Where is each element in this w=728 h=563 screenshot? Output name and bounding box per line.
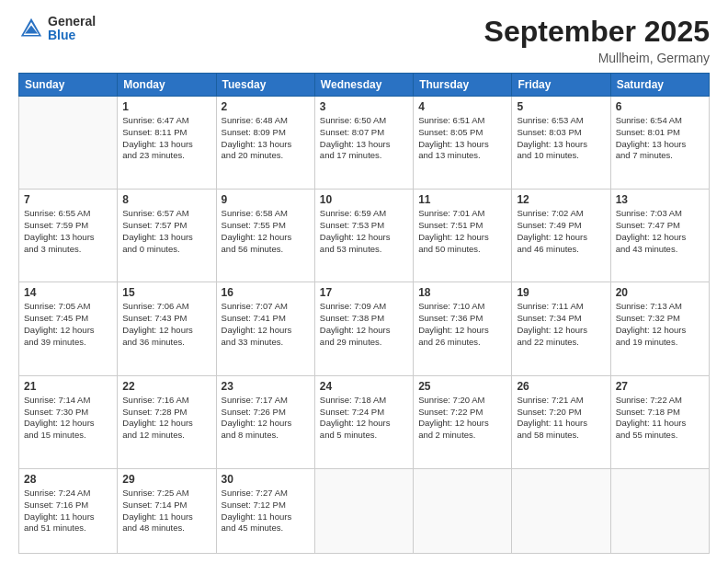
calendar-table: Sunday Monday Tuesday Wednesday Thursday… [18, 73, 710, 554]
day-detail: Sunrise: 6:55 AM Sunset: 7:59 PM Dayligh… [24, 208, 112, 255]
table-row: 14Sunrise: 7:05 AM Sunset: 7:45 PM Dayli… [19, 282, 118, 375]
table-row [610, 468, 709, 553]
table-row: 24Sunrise: 7:18 AM Sunset: 7:24 PM Dayli… [314, 375, 413, 468]
col-sunday: Sunday [19, 74, 118, 97]
day-detail: Sunrise: 6:51 AM Sunset: 8:05 PM Dayligh… [418, 115, 506, 162]
day-detail: Sunrise: 6:54 AM Sunset: 8:01 PM Dayligh… [616, 115, 704, 162]
day-number: 29 [122, 473, 210, 486]
day-number: 28 [24, 473, 112, 486]
day-number: 8 [122, 193, 210, 206]
day-detail: Sunrise: 7:06 AM Sunset: 7:43 PM Dayligh… [122, 301, 210, 348]
day-number: 10 [320, 193, 408, 206]
table-row: 7Sunrise: 6:55 AM Sunset: 7:59 PM Daylig… [19, 190, 118, 282]
table-row: 16Sunrise: 7:07 AM Sunset: 7:41 PM Dayli… [216, 282, 314, 375]
day-detail: Sunrise: 7:07 AM Sunset: 7:41 PM Dayligh… [222, 301, 310, 348]
day-detail: Sunrise: 7:01 AM Sunset: 7:51 PM Dayligh… [418, 208, 506, 255]
day-number: 5 [517, 100, 605, 113]
day-number: 9 [222, 193, 310, 206]
table-row: 30Sunrise: 7:27 AM Sunset: 7:12 PM Dayli… [216, 468, 314, 553]
day-number: 13 [616, 193, 704, 206]
day-number: 2 [222, 100, 310, 113]
day-detail: Sunrise: 7:27 AM Sunset: 7:12 PM Dayligh… [222, 488, 310, 534]
day-number: 23 [222, 380, 310, 393]
table-row: 27Sunrise: 7:22 AM Sunset: 7:18 PM Dayli… [610, 375, 709, 468]
day-detail: Sunrise: 7:09 AM Sunset: 7:38 PM Dayligh… [320, 301, 408, 348]
day-number: 17 [320, 286, 408, 299]
day-number: 14 [24, 286, 112, 299]
day-detail: Sunrise: 6:48 AM Sunset: 8:09 PM Dayligh… [222, 115, 310, 162]
table-row: 22Sunrise: 7:16 AM Sunset: 7:28 PM Dayli… [118, 375, 216, 468]
table-row: 18Sunrise: 7:10 AM Sunset: 7:36 PM Dayli… [414, 282, 512, 375]
table-row: 4Sunrise: 6:51 AM Sunset: 8:05 PM Daylig… [414, 97, 512, 190]
table-row: 20Sunrise: 7:13 AM Sunset: 7:32 PM Dayli… [610, 282, 709, 375]
logo-blue-text: Blue [48, 29, 96, 42]
day-number: 3 [320, 100, 408, 113]
calendar-header-row: Sunday Monday Tuesday Wednesday Thursday… [19, 74, 710, 97]
col-tuesday: Tuesday [216, 74, 314, 97]
day-detail: Sunrise: 7:14 AM Sunset: 7:30 PM Dayligh… [24, 395, 112, 442]
day-number: 26 [517, 380, 605, 393]
table-row: 15Sunrise: 7:06 AM Sunset: 7:43 PM Dayli… [118, 282, 216, 375]
table-row [414, 468, 512, 553]
table-row: 12Sunrise: 7:02 AM Sunset: 7:49 PM Dayli… [512, 190, 610, 282]
table-row: 5Sunrise: 6:53 AM Sunset: 8:03 PM Daylig… [512, 97, 610, 190]
table-row: 17Sunrise: 7:09 AM Sunset: 7:38 PM Dayli… [314, 282, 413, 375]
col-wednesday: Wednesday [314, 74, 413, 97]
logo-general-text: General [48, 15, 96, 29]
logo-text: General Blue [48, 15, 96, 43]
col-thursday: Thursday [414, 74, 512, 97]
day-number: 11 [418, 193, 506, 206]
table-row: 29Sunrise: 7:25 AM Sunset: 7:14 PM Dayli… [118, 468, 216, 553]
table-row: 6Sunrise: 6:54 AM Sunset: 8:01 PM Daylig… [610, 97, 709, 190]
table-row: 2Sunrise: 6:48 AM Sunset: 8:09 PM Daylig… [216, 97, 314, 190]
day-detail: Sunrise: 7:10 AM Sunset: 7:36 PM Dayligh… [418, 301, 506, 348]
day-number: 19 [517, 286, 605, 299]
day-detail: Sunrise: 7:18 AM Sunset: 7:24 PM Dayligh… [320, 395, 408, 442]
table-row: 25Sunrise: 7:20 AM Sunset: 7:22 PM Dayli… [414, 375, 512, 468]
header: General Blue September 2025 Mullheim, Ge… [18, 15, 710, 65]
day-number: 1 [122, 100, 210, 113]
day-number: 12 [517, 193, 605, 206]
day-detail: Sunrise: 7:16 AM Sunset: 7:28 PM Dayligh… [122, 395, 210, 442]
table-row: 11Sunrise: 7:01 AM Sunset: 7:51 PM Dayli… [414, 190, 512, 282]
table-row: 26Sunrise: 7:21 AM Sunset: 7:20 PM Dayli… [512, 375, 610, 468]
table-row [314, 468, 413, 553]
day-detail: Sunrise: 7:17 AM Sunset: 7:26 PM Dayligh… [222, 395, 310, 442]
day-detail: Sunrise: 7:02 AM Sunset: 7:49 PM Dayligh… [517, 208, 605, 255]
table-row: 28Sunrise: 7:24 AM Sunset: 7:16 PM Dayli… [19, 468, 118, 553]
day-number: 16 [222, 286, 310, 299]
day-number: 4 [418, 100, 506, 113]
location: Mullheim, Germany [484, 51, 710, 65]
day-number: 15 [122, 286, 210, 299]
table-row: 19Sunrise: 7:11 AM Sunset: 7:34 PM Dayli… [512, 282, 610, 375]
day-detail: Sunrise: 7:03 AM Sunset: 7:47 PM Dayligh… [616, 208, 704, 255]
day-number: 6 [616, 100, 704, 113]
title-section: September 2025 Mullheim, Germany [484, 15, 710, 65]
day-detail: Sunrise: 7:24 AM Sunset: 7:16 PM Dayligh… [24, 488, 112, 534]
calendar-page: General Blue September 2025 Mullheim, Ge… [0, 0, 728, 563]
table-row: 21Sunrise: 7:14 AM Sunset: 7:30 PM Dayli… [19, 375, 118, 468]
day-number: 7 [24, 193, 112, 206]
table-row: 23Sunrise: 7:17 AM Sunset: 7:26 PM Dayli… [216, 375, 314, 468]
day-detail: Sunrise: 7:22 AM Sunset: 7:18 PM Dayligh… [616, 395, 704, 442]
day-detail: Sunrise: 6:47 AM Sunset: 8:11 PM Dayligh… [122, 115, 210, 162]
day-detail: Sunrise: 6:50 AM Sunset: 8:07 PM Dayligh… [320, 115, 408, 162]
table-row: 1Sunrise: 6:47 AM Sunset: 8:11 PM Daylig… [118, 97, 216, 190]
day-number: 18 [418, 286, 506, 299]
day-detail: Sunrise: 7:25 AM Sunset: 7:14 PM Dayligh… [122, 488, 210, 534]
day-number: 30 [222, 473, 310, 486]
day-detail: Sunrise: 7:21 AM Sunset: 7:20 PM Dayligh… [517, 395, 605, 442]
day-detail: Sunrise: 6:57 AM Sunset: 7:57 PM Dayligh… [122, 208, 210, 255]
table-row [19, 97, 118, 190]
table-row: 10Sunrise: 6:59 AM Sunset: 7:53 PM Dayli… [314, 190, 413, 282]
day-number: 27 [616, 380, 704, 393]
table-row: 8Sunrise: 6:57 AM Sunset: 7:57 PM Daylig… [118, 190, 216, 282]
table-row [512, 468, 610, 553]
day-detail: Sunrise: 6:59 AM Sunset: 7:53 PM Dayligh… [320, 208, 408, 255]
day-number: 25 [418, 380, 506, 393]
day-number: 24 [320, 380, 408, 393]
table-row: 13Sunrise: 7:03 AM Sunset: 7:47 PM Dayli… [610, 190, 709, 282]
col-saturday: Saturday [610, 74, 709, 97]
day-number: 22 [122, 380, 210, 393]
table-row: 9Sunrise: 6:58 AM Sunset: 7:55 PM Daylig… [216, 190, 314, 282]
